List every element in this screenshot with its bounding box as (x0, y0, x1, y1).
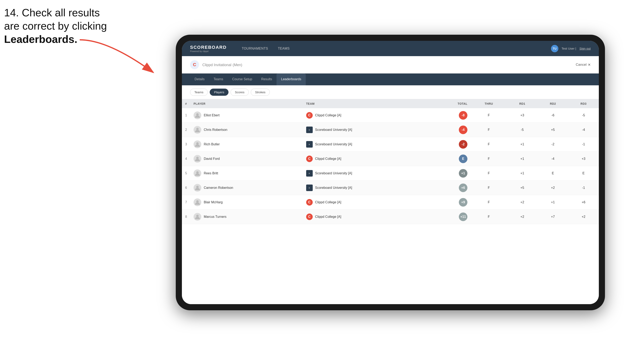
team-logo-icon: C (306, 199, 313, 205)
score-badge: +9 (459, 198, 468, 207)
cell-rd3: -1 (568, 181, 599, 195)
table-header-row: # PLAYER TEAM TOTAL THRU RD1 RD2 RD3 (182, 99, 599, 108)
score-badge: -8 (459, 111, 468, 120)
cell-rd2: +1 (538, 195, 568, 210)
cell-rd2: +2 (538, 181, 568, 195)
cell-rd1: +5 (507, 181, 538, 195)
cell-rank: 6 (182, 181, 190, 195)
col-rd3: RD3 (568, 99, 599, 108)
instruction-line1: 14. Check all results (4, 7, 100, 18)
team-logo-icon: C (306, 156, 313, 162)
cell-team: ≡ Scoreboard University [A] (303, 166, 431, 181)
cell-player: Cameron Robertson (190, 181, 303, 195)
tournament-logo: C (190, 60, 199, 69)
team-logo-icon: ≡ (306, 184, 313, 191)
cell-total: -4 (431, 123, 471, 137)
player-name: Cameron Robertson (204, 186, 233, 190)
player-avatar (194, 155, 201, 163)
cell-rd2: -2 (538, 137, 568, 152)
cell-total: +9 (431, 195, 471, 210)
cell-thru: F (471, 210, 507, 224)
cell-total: E (431, 152, 471, 166)
filter-scores[interactable]: Scores (230, 89, 249, 96)
tab-details[interactable]: Details (190, 73, 209, 85)
nav-tournaments[interactable]: TOURNAMENTS (237, 41, 273, 56)
cell-team: C Clippd College [A] (303, 152, 431, 166)
cell-player: Chris Robertson (190, 123, 303, 137)
leaderboard-data-table: # PLAYER TEAM TOTAL THRU RD1 RD2 RD3 1 (182, 99, 599, 224)
instruction-text: 14. Check all results are correct by cli… (4, 6, 127, 46)
team-name: Scoreboard University [A] (315, 143, 352, 146)
team-name: Clippd College [A] (315, 215, 341, 219)
cell-rd2: +5 (538, 123, 568, 137)
player-avatar (194, 126, 201, 134)
cell-rank: 3 (182, 137, 190, 152)
player-name: Rich Butler (204, 143, 220, 146)
cell-rd3: +6 (568, 195, 599, 210)
cell-team: C Clippd College [A] (303, 210, 431, 224)
team-logo-icon: ≡ (306, 127, 313, 133)
filter-teams[interactable]: Teams (190, 89, 208, 96)
cell-thru: F (471, 123, 507, 137)
header-right: TU Test User | Sign out (551, 45, 591, 52)
cell-rd3: -4 (568, 123, 599, 137)
table-row: 7 Blair McHarg C Clippd College [A] +9F+… (182, 195, 599, 210)
cell-rank: 7 (182, 195, 190, 210)
team-name: Clippd College [A] (315, 157, 341, 161)
cell-rd1: +1 (507, 166, 538, 181)
tab-course-setup[interactable]: Course Setup (228, 73, 257, 85)
logo-text: SCOREBOARD (190, 45, 227, 50)
cell-rd1: +2 (507, 195, 538, 210)
tab-leaderboards[interactable]: Leaderboards (276, 73, 306, 85)
cell-rank: 1 (182, 108, 190, 123)
logo-area: SCOREBOARD Powered by clippd (190, 45, 227, 52)
cell-rd2: +7 (538, 210, 568, 224)
tab-teams[interactable]: Teams (209, 73, 228, 85)
cell-thru: F (471, 152, 507, 166)
col-team: TEAM (303, 99, 431, 108)
cell-thru: F (471, 166, 507, 181)
cancel-button[interactable]: Cancel ✕ (576, 63, 591, 67)
cell-thru: F (471, 137, 507, 152)
cell-thru: F (471, 195, 507, 210)
filter-strokes[interactable]: Strokes (251, 89, 270, 96)
logo-sub: Powered by clippd (190, 50, 227, 52)
cell-rank: 4 (182, 152, 190, 166)
cell-rd2: -4 (538, 152, 568, 166)
tablet-frame: SCOREBOARD Powered by clippd TOURNAMENTS… (176, 35, 605, 310)
cell-rank: 8 (182, 210, 190, 224)
cell-rd3: -1 (568, 137, 599, 152)
user-label: Test User | (562, 47, 576, 50)
filter-players[interactable]: Players (210, 89, 228, 96)
cell-thru: F (471, 108, 507, 123)
score-badge: E (459, 155, 468, 163)
cell-total: +6 (431, 181, 471, 195)
table-row: 3 Rich Butler ≡ Scoreboard University [A… (182, 137, 599, 152)
team-logo-icon: ≡ (306, 141, 313, 148)
cell-team: C Clippd College [A] (303, 108, 431, 123)
instruction-line2: are correct by clicking (4, 20, 107, 32)
table-row: 1 Elliot Ebert C Clippd College [A] -8F+… (182, 108, 599, 123)
table-row: 8 Marcus Turners C Clippd College [A] +1… (182, 210, 599, 224)
score-badge: -2 (459, 140, 468, 149)
cell-rd3: +3 (568, 152, 599, 166)
page-content: C Clippd Invitational (Men) Cancel ✕ Det… (182, 56, 599, 304)
app-header: SCOREBOARD Powered by clippd TOURNAMENTS… (182, 41, 599, 56)
team-logo-icon: C (306, 112, 313, 119)
tab-results[interactable]: Results (257, 73, 276, 85)
cell-total: +11 (431, 210, 471, 224)
cell-rd1: +1 (507, 137, 538, 152)
signout-button[interactable]: Sign out (580, 47, 591, 50)
table-row: 5 Rees Britt ≡ Scoreboard University [A]… (182, 166, 599, 181)
player-avatar (194, 170, 201, 177)
nav-teams[interactable]: TEAMS (273, 41, 295, 56)
cell-total: -2 (431, 137, 471, 152)
cell-team: ≡ Scoreboard University [A] (303, 137, 431, 152)
col-rank: # (182, 99, 190, 108)
player-avatar (194, 213, 201, 221)
tablet-screen: SCOREBOARD Powered by clippd TOURNAMENTS… (182, 41, 599, 304)
cell-rd3: E (568, 166, 599, 181)
cell-rd1: -5 (507, 123, 538, 137)
player-name: Rees Britt (204, 172, 218, 175)
player-name: Marcus Turners (204, 215, 226, 219)
